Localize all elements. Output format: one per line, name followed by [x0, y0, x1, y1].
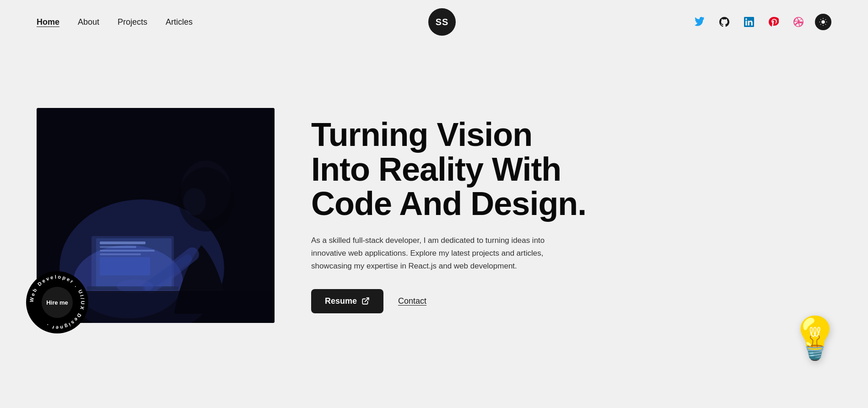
social-links: [691, 14, 831, 30]
svg-line-4: [825, 24, 826, 25]
theme-toggle-button[interactable]: [815, 14, 831, 30]
nav-links: Home About Projects Articles: [37, 17, 193, 27]
hero-description: As a skilled full-stack developer, I am …: [311, 234, 567, 273]
svg-line-7: [820, 24, 821, 25]
nav-home[interactable]: Home: [37, 17, 59, 27]
svg-rect-16: [100, 250, 155, 252]
cta-buttons: Resume Contact: [311, 289, 595, 313]
svg-line-8: [825, 19, 826, 20]
resume-button[interactable]: Resume: [311, 289, 383, 313]
svg-line-3: [820, 19, 821, 20]
pinterest-icon[interactable]: [766, 14, 782, 30]
navbar: Home About Projects Articles SS: [0, 0, 868, 44]
nav-projects[interactable]: Projects: [118, 17, 147, 27]
linkedin-icon[interactable]: [741, 14, 757, 30]
hero-image-section: Web Developer . UI/UX Designer . Hire me: [37, 108, 275, 323]
external-link-icon: [361, 297, 370, 305]
svg-rect-14: [100, 242, 146, 244]
svg-line-28: [365, 298, 369, 302]
site-logo[interactable]: SS: [428, 8, 456, 36]
svg-point-0: [821, 20, 825, 24]
github-icon[interactable]: [716, 14, 733, 30]
nav-about[interactable]: About: [78, 17, 99, 27]
svg-rect-17: [100, 253, 141, 255]
hire-me-button[interactable]: Hire me: [42, 287, 73, 318]
dribbble-icon[interactable]: [790, 14, 807, 30]
hire-me-badge: Web Developer . UI/UX Designer . Hire me: [23, 268, 92, 337]
nav-articles[interactable]: Articles: [166, 17, 193, 27]
svg-rect-15: [100, 246, 136, 248]
main-content: Web Developer . UI/UX Designer . Hire me…: [0, 44, 868, 387]
resume-label: Resume: [325, 296, 357, 306]
hero-text-section: Turning Vision Into Reality With Code An…: [311, 118, 595, 313]
contact-link[interactable]: Contact: [398, 296, 426, 306]
twitter-icon[interactable]: [691, 14, 708, 30]
hero-title: Turning Vision Into Reality With Code An…: [311, 118, 595, 221]
svg-point-25: [178, 167, 233, 231]
svg-rect-18: [100, 257, 150, 275]
